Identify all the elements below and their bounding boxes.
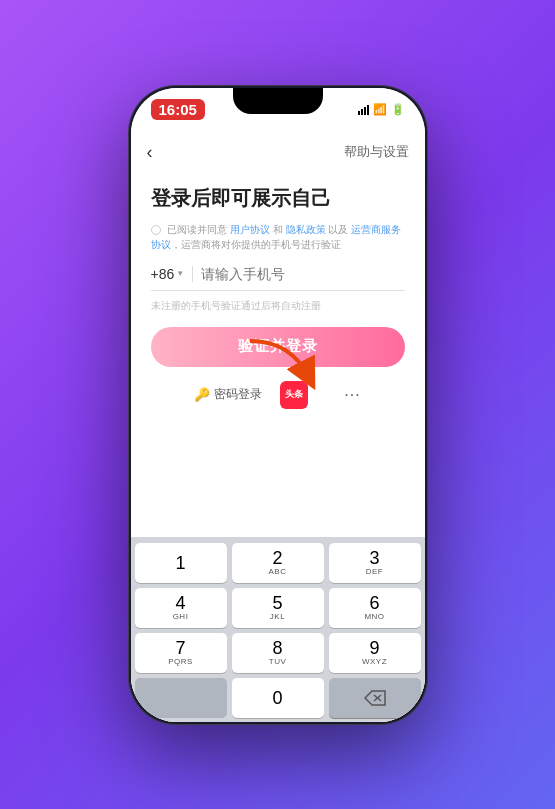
key-3[interactable]: 3 DEF <box>329 543 421 583</box>
verify-login-button[interactable]: 验证并登录 <box>151 327 405 367</box>
delete-key[interactable] <box>329 678 421 718</box>
user-agreement-link[interactable]: 用户协议 <box>230 224 270 235</box>
key-1[interactable]: 1 <box>135 543 227 583</box>
toutiao-container: 头条 <box>280 381 308 409</box>
signal-icon <box>358 105 369 115</box>
key-5[interactable]: 5 JKL <box>232 588 324 628</box>
lock-icon: 🔑 <box>194 387 210 402</box>
phone-input[interactable] <box>201 266 404 282</box>
keyboard-grid: 1 2 ABC 3 DEF 4 GHI <box>135 543 421 673</box>
status-time: 16:05 <box>151 99 205 120</box>
keyboard: 1 2 ABC 3 DEF 4 GHI <box>131 537 425 722</box>
app-header: ‹ 帮助与设置 <box>131 132 425 169</box>
key-0[interactable]: 0 <box>232 678 324 718</box>
toutiao-login-button[interactable]: 头条 <box>280 381 308 409</box>
radio-dot[interactable] <box>151 225 161 235</box>
key-9[interactable]: 9 WXYZ <box>329 633 421 673</box>
password-login-button[interactable]: 🔑 密码登录 <box>194 386 262 403</box>
key-4[interactable]: 4 GHI <box>135 588 227 628</box>
privacy-policy-link[interactable]: 隐私政策 <box>286 224 326 235</box>
app-content: ‹ 帮助与设置 登录后即可展示自己 已阅读并同意 用户协议 和 隐私政策 以及 … <box>131 132 425 722</box>
status-icons: 📶 🔋 <box>358 103 405 116</box>
key-empty <box>135 678 227 718</box>
keyboard-bottom-row: 0 <box>135 678 421 718</box>
phone-input-row: +86 ▼ <box>151 266 405 291</box>
battery-icon: 🔋 <box>391 103 405 116</box>
key-2[interactable]: 2 ABC <box>232 543 324 583</box>
settings-link[interactable]: 帮助与设置 <box>344 143 409 161</box>
back-button[interactable]: ‹ <box>147 142 153 163</box>
chevron-down-icon: ▼ <box>176 269 184 278</box>
login-section: 登录后即可展示自己 已阅读并同意 用户协议 和 隐私政策 以及 运营商服务协议，… <box>131 169 425 537</box>
key-6[interactable]: 6 MNO <box>329 588 421 628</box>
more-login-button[interactable]: ··· <box>344 386 360 404</box>
alt-login-row: 🔑 密码登录 头条 <box>151 381 405 409</box>
wifi-icon: 📶 <box>373 103 387 116</box>
auto-register-note: 未注册的手机号验证通过后将自动注册 <box>151 299 405 313</box>
country-code-selector[interactable]: +86 ▼ <box>151 266 194 282</box>
key-7[interactable]: 7 PQRS <box>135 633 227 673</box>
login-title: 登录后即可展示自己 <box>151 185 405 212</box>
agreement-text: 已阅读并同意 用户协议 和 隐私政策 以及 运营商服务协议，运营商将对你提供的手… <box>151 222 405 252</box>
status-bar: 16:05 📶 🔋 <box>131 88 425 132</box>
backspace-icon <box>364 690 386 706</box>
phone-screen: 16:05 📶 🔋 ‹ 帮助与设置 登录后即可展示自己 <box>131 88 425 722</box>
carrier-agreement-link[interactable]: 运营商服务协议 <box>151 224 402 250</box>
notch <box>233 88 323 114</box>
key-8[interactable]: 8 TUV <box>232 633 324 673</box>
phone-shell: 16:05 📶 🔋 ‹ 帮助与设置 登录后即可展示自己 <box>128 85 428 725</box>
